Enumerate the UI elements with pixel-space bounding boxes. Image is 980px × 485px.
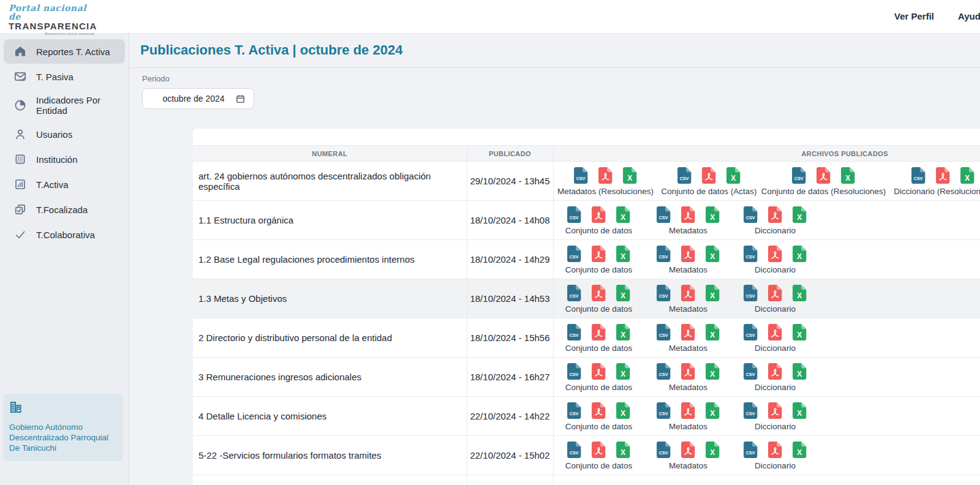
xlsx-file-icon[interactable]: [792, 284, 807, 302]
xlsx-file-icon[interactable]: [792, 363, 807, 380]
xlsx-file-icon[interactable]: [792, 323, 807, 341]
pdf-file-icon[interactable]: [767, 363, 783, 380]
sidebar-item-label: T.Focalizada: [36, 205, 88, 215]
xlsx-file-icon[interactable]: [616, 402, 631, 419]
pdf-file-icon[interactable]: [935, 167, 951, 184]
sidebar-item-usuarios[interactable]: Usuarios: [4, 122, 125, 146]
xlsx-file-icon[interactable]: [840, 167, 856, 184]
xlsx-file-icon[interactable]: [792, 441, 807, 459]
csv-file-icon[interactable]: [743, 402, 758, 419]
xlsx-file-icon[interactable]: [705, 402, 720, 419]
user-icon: [13, 127, 27, 141]
csv-file-icon[interactable]: [656, 363, 671, 380]
pdf-file-icon[interactable]: [591, 441, 606, 459]
sidebar-item-t-focalizada[interactable]: T.Focalizada: [4, 197, 125, 222]
xlsx-file-icon[interactable]: [705, 323, 720, 341]
pdf-file-icon[interactable]: [591, 245, 606, 263]
file-group-label: Metadatos: [669, 383, 707, 392]
csv-file-icon[interactable]: [656, 323, 671, 341]
pdf-file-icon[interactable]: [816, 167, 831, 184]
xlsx-file-icon[interactable]: [792, 206, 807, 224]
sidebar-item-institucion[interactable]: Institución: [4, 147, 125, 171]
pdf-file-icon[interactable]: [591, 363, 606, 380]
csv-file-icon[interactable]: [743, 323, 758, 341]
pdf-file-icon[interactable]: [680, 363, 696, 380]
pdf-file-icon[interactable]: [591, 206, 606, 224]
xlsx-file-icon[interactable]: [616, 441, 631, 459]
csv-file-icon[interactable]: [743, 441, 758, 459]
xlsx-file-icon[interactable]: [616, 206, 631, 224]
xlsx-file-icon[interactable]: [726, 167, 741, 184]
ver-perfil-link[interactable]: Ver Perfil: [894, 11, 934, 21]
sidebar-item-reportes-t-activa[interactable]: Reportes T. Activa: [4, 39, 125, 64]
csv-file-icon[interactable]: [567, 323, 582, 341]
csv-file-icon[interactable]: [743, 284, 758, 302]
period-month-input[interactable]: octubre de 2024: [142, 88, 254, 109]
xlsx-file-icon[interactable]: [705, 441, 720, 459]
csv-file-icon[interactable]: [791, 167, 807, 184]
xlsx-file-icon[interactable]: [616, 245, 631, 263]
topbar: Portal nacional de TRANSPARENCIA Reposit…: [0, 0, 980, 34]
pdf-file-icon[interactable]: [767, 441, 783, 459]
csv-file-icon[interactable]: [656, 245, 671, 263]
csv-file-icon[interactable]: [656, 402, 671, 419]
pdf-file-icon[interactable]: [591, 323, 606, 341]
csv-file-icon[interactable]: [567, 363, 582, 380]
pdf-file-icon[interactable]: [591, 284, 606, 302]
xlsx-file-icon[interactable]: [705, 284, 720, 302]
pdf-file-icon[interactable]: [767, 402, 783, 419]
file-group: Diccionario: [739, 245, 812, 274]
portal-logo[interactable]: Portal nacional de TRANSPARENCIA Reposit…: [9, 4, 94, 36]
page-title: Publicaciones T. Activa | octubre de 202…: [129, 34, 980, 58]
csv-file-icon[interactable]: [743, 363, 758, 380]
pdf-file-icon[interactable]: [598, 167, 613, 184]
csv-file-icon[interactable]: [743, 206, 758, 224]
pdf-file-icon[interactable]: [767, 206, 783, 224]
csv-file-icon[interactable]: [656, 206, 671, 224]
pdf-file-icon[interactable]: [680, 402, 696, 419]
xlsx-file-icon[interactable]: [705, 363, 720, 380]
sidebar-item-t-pasiva[interactable]: T. Pasiva: [4, 64, 125, 89]
sidebar-item-t-activa[interactable]: T.Activa: [4, 172, 125, 197]
xlsx-file-icon[interactable]: [622, 167, 638, 184]
csv-file-icon[interactable]: [567, 284, 582, 302]
file-icons: [743, 323, 807, 341]
xlsx-file-icon[interactable]: [960, 167, 975, 184]
file-icons: [656, 245, 720, 263]
pdf-file-icon[interactable]: [680, 245, 696, 263]
entity-card[interactable]: Gobierno Autónomo Descentralizado Parroq…: [3, 394, 123, 461]
sidebar-item-indicadores-por-entidad[interactable]: Indicadores Por Entidad: [4, 89, 125, 121]
pdf-file-icon[interactable]: [767, 284, 783, 302]
file-icons: [567, 441, 631, 459]
csv-file-icon[interactable]: [656, 284, 671, 302]
published-cell: 18/10/2024 - 15h56: [467, 318, 553, 358]
xlsx-file-icon[interactable]: [705, 206, 720, 224]
csv-file-icon[interactable]: [656, 441, 671, 459]
xlsx-file-icon[interactable]: [616, 363, 631, 380]
xlsx-file-icon[interactable]: [792, 245, 807, 263]
pdf-file-icon[interactable]: [591, 402, 606, 419]
csv-file-icon[interactable]: [911, 167, 926, 184]
xlsx-file-icon[interactable]: [616, 284, 631, 302]
pdf-file-icon[interactable]: [680, 441, 696, 459]
xlsx-file-icon[interactable]: [792, 402, 807, 419]
archives-cell: Conjunto de datos Metadatos Diccionario: [553, 397, 980, 436]
xlsx-file-icon[interactable]: [705, 245, 720, 263]
csv-file-icon[interactable]: [677, 167, 692, 184]
numeral-cell: [193, 475, 467, 485]
csv-file-icon[interactable]: [567, 441, 582, 459]
pdf-file-icon[interactable]: [767, 245, 783, 263]
pdf-file-icon[interactable]: [680, 284, 696, 302]
ayuda-link[interactable]: Ayuda: [958, 11, 980, 21]
sidebar-item-t-colaborativa[interactable]: T.Colaborativa: [4, 222, 125, 247]
csv-file-icon[interactable]: [573, 167, 589, 184]
pdf-file-icon[interactable]: [767, 323, 783, 341]
pdf-file-icon[interactable]: [680, 323, 696, 341]
csv-file-icon[interactable]: [567, 206, 582, 224]
xlsx-file-icon[interactable]: [616, 323, 631, 341]
csv-file-icon[interactable]: [567, 245, 582, 263]
pdf-file-icon[interactable]: [701, 167, 717, 184]
csv-file-icon[interactable]: [743, 245, 758, 263]
csv-file-icon[interactable]: [567, 402, 582, 419]
pdf-file-icon[interactable]: [680, 206, 696, 224]
